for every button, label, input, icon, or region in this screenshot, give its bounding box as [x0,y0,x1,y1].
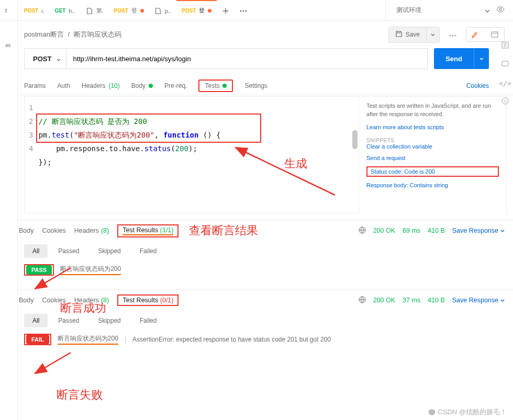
tab-method: POST [24,8,38,14]
tab-2[interactable]: 第. [81,0,109,21]
annotation-arrow-fail [29,350,76,382]
tab-method: POST [182,8,196,14]
resp-tab-test-results[interactable]: Test Results (0/1) [117,294,179,306]
save-label: Save [406,31,420,38]
resp-headers-count: (8) [101,227,109,234]
save-response-button[interactable]: Save Response [452,227,505,234]
tab-options-button[interactable] [235,0,252,21]
headers-count: (10) [108,82,119,89]
resp-tab-cookies[interactable]: Cookies [42,297,66,304]
send-dropdown-button[interactable] [474,48,489,69]
test-result-row: FAIL 断言响应状态码为200 | AssertionError: expec… [19,331,513,354]
subtab-body[interactable]: Body [131,82,153,89]
url-input[interactable] [66,48,428,69]
filter-failed[interactable]: Failed [131,244,165,258]
resp-tab-headers[interactable]: Headers (8) [74,227,109,234]
save-response-button[interactable]: Save Response [452,297,505,304]
filter-failed[interactable]: Failed [131,314,165,327]
svg-point-2 [246,10,247,12]
snippets-help-text: Test scripts are written in JavaScript, … [366,102,499,119]
globe-icon[interactable] [359,296,366,305]
watermark-text: CSDN @炫酷的腿毛！ [438,407,507,417]
request-url-row: POST Send [0,48,513,69]
test-result-row: PASS 断言响应状态码为200 [19,261,513,284]
breadcrumb-collection[interactable]: postman断言 [24,30,64,38]
snippets-panel: Test scripts are written in JavaScript, … [359,96,507,213]
filter-skipped[interactable]: Skipped [90,314,129,327]
snippet-clear-collection-var[interactable]: Clear a collection variable [366,143,499,150]
subtab-auth[interactable]: Auth [57,82,70,89]
filter-all[interactable]: All [24,244,48,258]
svg-rect-5 [502,61,508,66]
docs-icon[interactable] [501,41,509,51]
new-tab-button[interactable] [217,0,235,21]
subtab-params[interactable]: Params [24,82,46,89]
scrollbar-thumb[interactable] [352,130,358,149]
save-icon [395,30,403,39]
snippet-send-request[interactable]: Send a request [366,155,499,161]
request-options-button[interactable] [446,28,460,41]
annotation-see-result: 查看断言结果 [189,223,258,239]
breadcrumb-row: postman断言 / 断言响应状态码 Save [0,21,513,48]
response-size: 410 B [428,227,445,234]
comment-icon[interactable] [501,60,509,70]
filter-passed[interactable]: Passed [50,314,87,327]
annotation-badge-highlight: FAIL [24,334,51,345]
tab-method: POST [114,8,128,14]
filter-all[interactable]: All [24,314,48,327]
response-tabs: Body Cookies Headers (8) Test Results (1… [19,220,513,241]
tab-0[interactable]: POSTi. [19,0,50,21]
subtab-settings[interactable]: Settings [244,82,267,89]
save-dropdown-button[interactable] [426,27,439,42]
tab-3[interactable]: POST登 [109,0,149,21]
filter-passed[interactable]: Passed [50,244,87,258]
resp-tab-headers[interactable]: Headers (8) [74,297,109,304]
snippet-status-200[interactable]: Status code: Code is 200 [371,168,435,175]
code-icon[interactable]: </> [499,80,511,87]
document-icon [154,7,162,15]
subtab-headers[interactable]: Headers (10) [82,82,120,89]
tab-1[interactable]: GETh.. [50,0,81,21]
subtab-prerequest[interactable]: Pre-req. [164,82,187,89]
annotation-fail-label: 断言失败 [57,387,103,403]
test-results-count: (1/1) [160,226,174,234]
tab-5-active[interactable]: POST登 [176,0,217,21]
svg-point-3 [499,8,501,10]
method-value: POST [33,55,51,63]
resp-headers-count: (8) [101,297,109,304]
cookies-link[interactable]: Cookies [466,82,489,89]
snippet-body-contains[interactable]: Response body: Contains string [366,182,499,188]
subtab-tests[interactable]: Tests [198,80,233,92]
code-content[interactable]: // 断言响应状态码 是否为 200 pm.test("断言响应状态码为200"… [38,97,359,213]
test-result-name: 断言响应状态码为200 [58,334,118,345]
tab-label: 登 [199,7,205,15]
resp-tab-cookies[interactable]: Cookies [42,227,66,234]
resp-tab-test-results[interactable]: Test Results (1/1) [117,224,179,237]
response-status-bar: 200 OK 37 ms 410 B Save Response [359,296,505,305]
code-editor[interactable]: 1234 // 断言响应状态码 是否为 200 pm.test("断言响应状态码… [24,96,359,213]
save-button[interactable]: Save [389,27,426,42]
environment-selector[interactable]: 测试环境 [385,0,511,20]
line-numbers: 1234 [25,97,38,213]
method-selector[interactable]: POST [24,48,66,69]
resp-tab-body[interactable]: Body [19,297,34,304]
plus-icon [222,7,229,15]
send-button[interactable]: Send [434,48,474,69]
environment-name: 测试环境 [396,6,421,15]
response-panel-pass: Body Cookies Headers (8) Test Results (1… [0,220,513,284]
test-results-count: (0/1) [160,297,174,304]
subtab-label: Headers [82,82,105,89]
eye-icon[interactable] [496,6,505,14]
filter-skipped[interactable]: Skipped [90,244,129,258]
save-button-group: Save [388,27,440,43]
info-icon[interactable] [501,97,509,107]
tab-4[interactable]: p.. [149,0,176,21]
learn-more-link[interactable]: Learn more about tests scripts [366,124,499,130]
globe-icon[interactable] [359,226,366,235]
unsaved-dot-icon [140,9,144,13]
resp-tab-body[interactable]: Body [19,227,34,234]
fail-badge: FAIL [26,335,49,344]
response-tabs: Body Cookies Headers (8) Test Results (0… [19,290,513,311]
build-mode-button[interactable] [466,28,485,41]
send-button-group: Send [434,48,489,69]
